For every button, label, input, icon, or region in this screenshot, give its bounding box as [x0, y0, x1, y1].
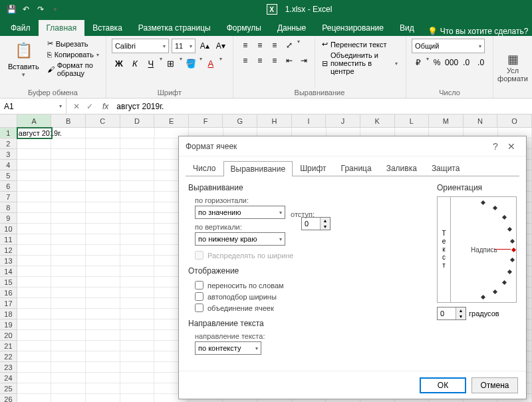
cell[interactable]: [17, 277, 52, 288]
cell[interactable]: [86, 341, 120, 351]
font-color-button[interactable]: A: [203, 56, 218, 71]
dtab-font[interactable]: Шрифт: [293, 160, 333, 176]
column-header[interactable]: K: [360, 114, 395, 127]
cell[interactable]: [86, 138, 120, 149]
column-header[interactable]: L: [395, 114, 430, 127]
cell[interactable]: [120, 181, 155, 192]
cell[interactable]: [120, 394, 155, 402]
cell[interactable]: [120, 213, 155, 224]
row-header[interactable]: 11: [0, 234, 17, 245]
bold-button[interactable]: Ж: [112, 56, 126, 71]
close-icon[interactable]: ✕: [503, 141, 519, 152]
cell[interactable]: [120, 160, 155, 170]
cell[interactable]: [51, 181, 86, 192]
align-right-icon[interactable]: ≡: [268, 54, 281, 67]
cell[interactable]: [17, 362, 52, 373]
column-header[interactable]: H: [257, 114, 292, 127]
cell[interactable]: [86, 234, 120, 245]
row-header[interactable]: 1: [0, 128, 17, 138]
cancel-button[interactable]: Отмена: [471, 377, 518, 393]
cell[interactable]: [51, 224, 86, 234]
cell[interactable]: [86, 373, 120, 383]
cell[interactable]: [120, 351, 155, 362]
column-header[interactable]: E: [154, 114, 189, 127]
row-header[interactable]: 5: [0, 170, 17, 181]
cell[interactable]: [86, 170, 120, 181]
decrease-decimal-icon[interactable]: .0: [474, 56, 487, 69]
row-header[interactable]: 9: [0, 213, 17, 224]
decrease-indent-icon[interactable]: ⇤: [283, 54, 296, 67]
cell[interactable]: [120, 224, 155, 234]
horizontal-combo[interactable]: по значению▾: [195, 206, 285, 219]
merge-center-button[interactable]: ⊟Объединить и поместить в центре▾: [319, 50, 400, 77]
increase-decimal-icon[interactable]: .0: [460, 56, 473, 69]
border-button[interactable]: ⊞: [164, 56, 178, 71]
cell[interactable]: [120, 298, 155, 309]
cell[interactable]: [120, 383, 155, 394]
cut-button[interactable]: ✂Вырезать: [46, 39, 100, 49]
increase-font-icon[interactable]: A▴: [198, 39, 211, 53]
cell[interactable]: [86, 160, 120, 170]
column-header[interactable]: D: [120, 114, 155, 127]
orientation-handle[interactable]: [511, 248, 516, 252]
column-header[interactable]: F: [189, 114, 223, 127]
wrap-text-button[interactable]: ↩Перенести текст: [319, 39, 400, 50]
cell[interactable]: [17, 256, 52, 266]
cell[interactable]: [17, 288, 52, 298]
column-header[interactable]: O: [497, 114, 532, 127]
decrease-font-icon[interactable]: A▾: [214, 39, 227, 53]
align-left-icon[interactable]: ≡: [239, 54, 252, 67]
cell[interactable]: август 2019г.: [17, 128, 52, 138]
row-header[interactable]: 16: [0, 288, 17, 298]
cell[interactable]: [120, 330, 155, 341]
cell[interactable]: [17, 213, 52, 224]
cell[interactable]: [86, 224, 120, 234]
row-header[interactable]: 20: [0, 330, 17, 341]
cell[interactable]: [86, 309, 120, 319]
dtab-border[interactable]: Граница: [334, 160, 379, 176]
cell[interactable]: [51, 256, 86, 266]
row-header[interactable]: 23: [0, 362, 17, 373]
cell[interactable]: [17, 149, 52, 160]
row-header[interactable]: 10: [0, 224, 17, 234]
underline-button[interactable]: Ч: [144, 56, 158, 71]
row-header[interactable]: 26: [0, 394, 17, 402]
cell[interactable]: [86, 266, 120, 277]
select-all-corner[interactable]: [0, 114, 17, 127]
cell[interactable]: [51, 362, 86, 373]
conditional-formatting-icon[interactable]: ▦: [507, 52, 519, 67]
row-header[interactable]: 13: [0, 256, 17, 266]
column-header[interactable]: M: [429, 114, 464, 127]
cell[interactable]: [86, 362, 120, 373]
cell[interactable]: [120, 138, 155, 149]
column-header[interactable]: B: [51, 114, 86, 127]
row-header[interactable]: 22: [0, 351, 17, 362]
row-header[interactable]: 4: [0, 160, 17, 170]
cell[interactable]: [86, 288, 120, 298]
merge-checkbox[interactable]: объединение ячеек: [188, 302, 426, 313]
cell[interactable]: [17, 202, 52, 213]
column-header[interactable]: G: [223, 114, 257, 127]
cell[interactable]: [120, 234, 155, 245]
cell[interactable]: [17, 224, 52, 234]
cell[interactable]: [17, 245, 52, 256]
fx-icon[interactable]: fx: [100, 102, 111, 111]
cell[interactable]: [51, 149, 86, 160]
column-header[interactable]: J: [326, 114, 360, 127]
cell[interactable]: [51, 351, 86, 362]
row-header[interactable]: 25: [0, 383, 17, 394]
align-top-icon[interactable]: ≡: [239, 39, 252, 52]
row-header[interactable]: 14: [0, 266, 17, 277]
indent-spinner[interactable]: 0 ▲▼: [301, 217, 331, 230]
cell[interactable]: [120, 149, 155, 160]
italic-button[interactable]: К: [128, 56, 142, 71]
cell[interactable]: [120, 266, 155, 277]
cell[interactable]: [17, 319, 52, 330]
align-middle-icon[interactable]: ≡: [253, 39, 267, 52]
cell[interactable]: [17, 341, 52, 351]
cancel-icon[interactable]: ✕: [70, 102, 82, 111]
comma-icon[interactable]: 000: [445, 56, 458, 69]
row-header[interactable]: 3: [0, 149, 17, 160]
spinner-up-icon[interactable]: ▲: [456, 307, 466, 313]
row-header[interactable]: 12: [0, 245, 17, 256]
